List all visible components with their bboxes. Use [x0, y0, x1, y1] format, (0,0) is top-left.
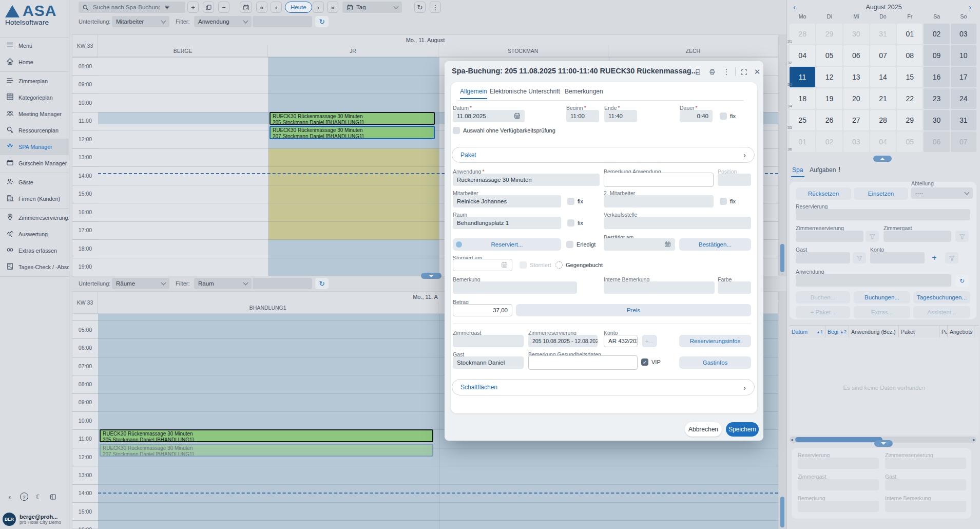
table-column-pal[interactable]: Pal	[939, 326, 948, 337]
sidebar-item-gäste[interactable]: Gäste	[0, 174, 69, 191]
appointment-block[interactable]: RUECK30 Rückenmassage 30 Minuten207 Stoc…	[100, 444, 433, 457]
view-select[interactable]: Tag	[342, 2, 402, 13]
schaltflaechen-expander[interactable]: Schaltflächen›	[452, 379, 755, 395]
scrollbar-thumb[interactable]	[795, 437, 882, 442]
speichern-button[interactable]: Speichern	[726, 422, 759, 437]
calendar-day-27[interactable]: 27	[843, 110, 869, 130]
print-icon[interactable]	[706, 67, 718, 77]
gast-field[interactable]: Stockmann Daniel	[453, 356, 524, 369]
mitarbeiter-field[interactable]: Reinicke Johannes	[453, 195, 561, 207]
farbe-field[interactable]	[718, 281, 751, 294]
calendar-day-30[interactable]: 30	[924, 110, 949, 130]
calendar-day-09[interactable]: 09	[924, 45, 949, 66]
calendar-day-30[interactable]: 30	[843, 24, 869, 44]
anwendung-field[interactable]	[796, 274, 951, 287]
refresh-button[interactable]: ↻	[414, 2, 426, 13]
calendar-icon[interactable]	[514, 112, 521, 120]
collapse-top-grid-button[interactable]	[421, 273, 441, 279]
calendar-day-20[interactable]: 20	[843, 88, 869, 109]
calendar-day-24[interactable]: 24	[951, 88, 976, 109]
tab-allgemein[interactable]: Allgemein	[460, 88, 487, 99]
sidebar-item-zimmerreservierung[interactable]: Zimmerreservierung...	[0, 210, 69, 226]
collapse-calendar-button[interactable]	[873, 156, 892, 162]
calendar-day-11-selected[interactable]: 11	[790, 67, 815, 87]
calendar-day-22[interactable]: 22	[897, 88, 923, 109]
interne-bemerkung-field[interactable]	[604, 281, 715, 294]
calendar-day-02[interactable]: 02	[924, 24, 949, 44]
mitarbeiter2-fix-checkbox[interactable]: fix	[720, 198, 736, 205]
calendar-day-07[interactable]: 07	[951, 131, 976, 152]
calendar-day-13[interactable]: 13	[843, 67, 869, 87]
erledigt-checkbox[interactable]: Erledigt	[566, 241, 595, 248]
top-grid-scrollbar[interactable]	[779, 34, 786, 276]
anwendung-reload-button[interactable]: ↻	[955, 275, 969, 287]
konto-add-button[interactable]: +	[928, 252, 941, 263]
buchungen-button[interactable]: Buchungen...	[854, 291, 910, 304]
sidebar-item-gutschein-manager[interactable]: Gutschein Manager	[0, 155, 69, 172]
reservierung-field[interactable]	[796, 209, 970, 220]
copy-booking-button[interactable]	[203, 2, 214, 13]
raum-fix-checkbox[interactable]: fix	[567, 219, 583, 226]
reload-resources-button-top[interactable]: ↻	[315, 16, 329, 27]
table-column-datum[interactable]: Datum▴ 1	[790, 326, 825, 337]
calendar-day-25[interactable]: 25	[790, 110, 815, 130]
scroll-right-icon[interactable]: ▸	[973, 437, 975, 443]
gesundheitsdaten-field[interactable]	[528, 355, 638, 370]
table-column-anwendung-bez[interactable]: Anwendung (Bez.)	[849, 326, 899, 337]
calendar-day-04[interactable]: 04	[790, 45, 815, 66]
calendar-day-31[interactable]: 31	[951, 110, 976, 130]
abteilung-select[interactable]: ----	[911, 187, 973, 199]
subdivision-select-bottom[interactable]: Räume	[112, 278, 169, 289]
today-button[interactable]: Heute	[285, 2, 312, 13]
bestaetigt-am-field[interactable]	[604, 238, 675, 251]
calendar-day-05[interactable]: 05	[897, 131, 923, 152]
collapse-sidebar-icon[interactable]: ‹	[5, 492, 14, 501]
more-options-button[interactable]: ⋮	[430, 2, 441, 13]
calendar-day-06[interactable]: 06	[924, 131, 949, 152]
calendar-day-02[interactable]: 02	[816, 131, 842, 152]
bestaetigen-button[interactable]: Bestätigen...	[679, 238, 751, 251]
calendar-day-29[interactable]: 29	[816, 24, 842, 44]
calendar-day-10[interactable]: 10	[951, 45, 976, 66]
calendar-day-01[interactable]: 01	[790, 131, 815, 152]
sidebar-item-ressourcenplan[interactable]: Ressourcenplan	[0, 122, 69, 139]
einsetzen-button[interactable]: Einsetzen	[854, 187, 908, 200]
calendar-day-08[interactable]: 08	[897, 45, 923, 66]
calendar-day-29[interactable]: 29	[897, 110, 923, 130]
reservierungsinfos-button[interactable]: Reservierungsinfos	[679, 335, 751, 347]
paket-expander[interactable]: Paket›	[452, 147, 755, 163]
zimmerreservierung-field[interactable]	[796, 231, 863, 242]
collapse-table-button[interactable]	[874, 440, 893, 447]
gast-filter-button[interactable]	[853, 252, 866, 263]
calendar-day-28[interactable]: 28	[790, 24, 815, 44]
appointment-block[interactable]: RUECK30 Rückenmassage 30 Minuten207 Stoc…	[270, 126, 435, 139]
calendar-day-03[interactable]: 03	[951, 24, 976, 44]
calendar-day-18[interactable]: 18	[790, 88, 815, 109]
filter-select-bottom[interactable]: Raum	[194, 278, 252, 289]
zimmerreservierung-filter-button[interactable]	[866, 231, 879, 242]
tab-elektronische-unterschrift[interactable]: Elektronische Unterschrift	[490, 88, 560, 98]
ruecksetzen-button[interactable]: Rücksetzen	[796, 187, 851, 200]
calendar-day-05[interactable]: 05	[816, 45, 842, 66]
sidebar-item-meeting-manager[interactable]: Meeting Manager	[0, 106, 69, 122]
calendar-day-07[interactable]: 07	[870, 45, 896, 66]
next-fast-button[interactable]: »	[327, 2, 338, 13]
sidebar-item-zimmerplan[interactable]: Zimmerplan	[0, 73, 69, 89]
search-input[interactable]	[92, 4, 161, 11]
tagesbuchungen-button[interactable]: Tagesbuchungen...	[913, 291, 970, 304]
calendar-day-04[interactable]: 04	[870, 131, 896, 152]
zimmergast-field[interactable]	[883, 231, 951, 242]
sidebar-item-auswertung[interactable]: Auswertung	[0, 226, 69, 242]
dauer-fix-checkbox[interactable]: fix	[720, 112, 736, 120]
bemerkung-anwendung-field[interactable]	[604, 173, 714, 187]
help-icon[interactable]: ?	[20, 492, 29, 501]
gastinfos-button[interactable]: Gastinfos	[679, 356, 751, 369]
signature-icon[interactable]	[692, 67, 703, 77]
calendar-day-17[interactable]: 17	[951, 67, 976, 87]
calendar-day-12[interactable]: 12	[816, 67, 842, 87]
calendar-day-01[interactable]: 01	[897, 24, 923, 44]
raum-field[interactable]: Behandlungsplatz 1	[453, 217, 561, 229]
mitarbeiter2-field[interactable]	[604, 195, 714, 207]
storniert-am-field[interactable]	[453, 259, 512, 271]
prev-button[interactable]: ‹	[271, 2, 282, 13]
